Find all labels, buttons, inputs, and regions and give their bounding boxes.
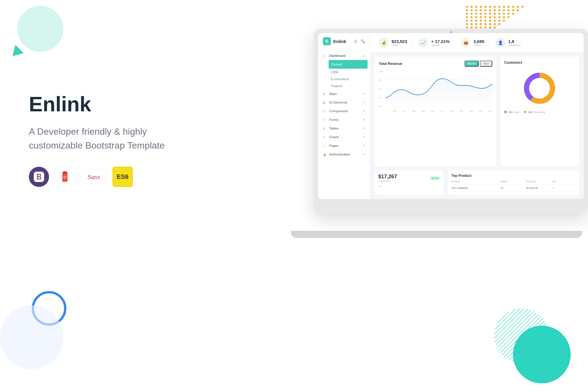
sass-badge: Sass xyxy=(81,170,107,184)
apps-arrow: ▼ xyxy=(363,92,365,95)
new-value: 350 xyxy=(508,111,513,114)
svg-point-1 xyxy=(494,308,549,363)
returning-label: Returning xyxy=(534,111,545,114)
sidebar: E Enlink ☰ 🔍 ⊙ Dashboard ▲ xyxy=(318,33,370,199)
svg-rect-3 xyxy=(63,171,67,173)
product-sales: 71 xyxy=(501,187,524,190)
pages-icon: ◻ xyxy=(323,144,327,147)
tables-icon: ⊞ xyxy=(323,127,327,130)
laptop-body: E Enlink ☰ 🔍 ⊙ Dashboard ▲ xyxy=(314,29,588,213)
bootstrap-badge xyxy=(29,167,49,187)
x-17h: 17h xyxy=(402,110,406,112)
triangle-decoration xyxy=(10,43,24,56)
table-row: The Godfather 71 $1,039.00 — xyxy=(451,185,576,192)
brand-subtitle: A Developer friendly & highly customizab… xyxy=(29,125,196,152)
legend-returning: 450 Returning xyxy=(524,111,545,114)
sidebar-header-icons: ☰ 🔍 xyxy=(354,39,365,44)
new-label: New xyxy=(514,111,519,114)
profit-values: $23,523 Profit xyxy=(392,39,407,47)
pages-arrow: ▼ xyxy=(363,144,365,147)
orders-value: 3,685 xyxy=(473,39,484,44)
sidebar-item-tables[interactable]: ⊞ Tables ▼ xyxy=(318,124,370,133)
auth-label: Authentication xyxy=(329,153,350,156)
search-icon[interactable]: 🔍 xyxy=(361,39,365,44)
customers-label: Customers xyxy=(508,44,521,47)
col-product: Product xyxy=(451,180,498,183)
growth-values: + 17.21% Growth xyxy=(431,39,450,47)
orders-label: Orders xyxy=(473,44,484,47)
bottom-section: $17,267 Avg.Profit +9.7% 160 Top Product xyxy=(370,170,584,199)
laptop-base xyxy=(291,231,582,238)
tab-year[interactable]: Year xyxy=(480,61,492,67)
es6-badge: ES6 xyxy=(113,167,133,187)
sidebar-item-pages[interactable]: ◻ Pages ▼ xyxy=(318,141,370,150)
yellow-dots-grid xyxy=(466,6,525,29)
sidebar-nav: ⊙ Dashboard ▲ Default CRM E-commerce Pro… xyxy=(318,50,370,160)
y-axis-labels: 100 80 60 40 20 xyxy=(379,70,384,108)
auth-icon: 🔒 xyxy=(323,153,327,156)
sidebar-item-dashboard[interactable]: ⊙ Dashboard ▲ xyxy=(318,51,370,60)
sidebar-item-apps[interactable]: ⊞ Apps ▼ xyxy=(318,89,370,98)
product-stock: — xyxy=(552,187,576,190)
ui-arrow: ▼ xyxy=(363,101,365,104)
teal-hatch-lines xyxy=(493,307,550,365)
sidebar-item-charts[interactable]: ⊙ Charts ▼ xyxy=(318,133,370,141)
revenue-chart: Total Revenue Month Year 100 80 xyxy=(375,57,496,166)
ui-label: UI Elements xyxy=(329,101,347,104)
customers-header: Customers xyxy=(504,61,575,65)
sidebar-item-components[interactable]: ⊡ Components ▼ xyxy=(318,107,370,115)
sidebar-item-crm[interactable]: CRM xyxy=(326,69,370,76)
left-content-area: Enlink A Developer friendly & highly cus… xyxy=(29,92,196,187)
tables-label: Tables xyxy=(329,127,339,130)
sidebar-item-default[interactable]: Default xyxy=(329,60,368,69)
chart-title: Total Revenue xyxy=(379,62,402,66)
profit-label: Profit xyxy=(392,44,407,47)
table-header: Product Sales Earning Sto xyxy=(451,180,576,185)
ui-icon: ◧ xyxy=(323,101,327,104)
x-24h: 24h xyxy=(469,110,473,112)
sidebar-item-ui-elements[interactable]: ◧ UI Elements ▼ xyxy=(318,98,370,107)
brand-title: Enlink xyxy=(29,92,196,116)
sidebar-item-forms[interactable]: ✎ Forms ▼ xyxy=(318,115,370,124)
avg-profit-card: $17,267 Avg.Profit +9.7% 160 xyxy=(375,170,444,195)
customers-values: 1,8 Customers xyxy=(508,39,521,47)
stat-customers: 👤 1,8 Customers xyxy=(492,36,525,49)
stats-row: 💰 $23,523 Profit 📈 + 17.21% Growth xyxy=(370,33,584,52)
forms-arrow: ▼ xyxy=(363,118,365,121)
x-22h: 22h xyxy=(450,110,454,112)
growth-label: Growth xyxy=(431,44,450,47)
charts-label: Charts xyxy=(329,135,339,139)
orders-values: 3,685 Orders xyxy=(473,39,484,47)
chart-header: Total Revenue Month Year xyxy=(379,61,492,67)
menu-icon[interactable]: ☰ xyxy=(354,39,357,44)
col-earning: Earning xyxy=(526,180,550,183)
auth-arrow: ▼ xyxy=(363,153,365,156)
product-earning: $1,039.00 xyxy=(526,187,550,190)
laptop-camera xyxy=(450,31,452,33)
avg-profit-header: $17,267 Avg.Profit +9.7% xyxy=(378,174,440,183)
laptop-mockup: E Enlink ☰ 🔍 ⊙ Dashboard ▲ xyxy=(299,29,588,231)
profit-value: $23,523 xyxy=(392,39,407,44)
tab-month[interactable]: Month xyxy=(465,61,479,67)
x-21h: 21h xyxy=(440,110,444,112)
components-icon: ⊡ xyxy=(323,110,327,113)
top-product-title: Top Product xyxy=(451,174,576,178)
growth-value: + 17.21% xyxy=(431,39,450,44)
sidebar-item-projects[interactable]: Projects xyxy=(326,82,370,89)
stat-orders: 📦 3,685 Orders xyxy=(457,36,489,49)
avg-profit-info: $17,267 Avg.Profit xyxy=(378,174,397,183)
sidebar-item-authentication[interactable]: 🔒 Authentication ▼ xyxy=(318,150,370,159)
customers-chart: Customers xyxy=(500,57,579,166)
x-19h: 19h xyxy=(421,110,425,112)
x-axis-labels: 16h 17h 18h 19h 20h 21h 22h 23h 24h xyxy=(385,110,492,112)
sidebar-item-ecommerce[interactable]: E-commerce xyxy=(326,76,370,82)
sidebar-header: E Enlink ☰ 🔍 xyxy=(318,33,370,50)
logo-icon: E xyxy=(323,37,331,45)
stat-growth: 📈 + 17.21% Growth xyxy=(414,36,454,49)
top-product-card: Top Product Product Sales Earning Sto Th… xyxy=(448,170,579,195)
default-label: Default xyxy=(332,63,342,66)
x-16h: 16h xyxy=(392,110,396,112)
donut-chart-svg xyxy=(522,71,557,106)
dashboard-subitems: Default CRM E-commerce Projects xyxy=(318,60,370,89)
avg-profit-label: Avg.Profit xyxy=(378,180,397,183)
